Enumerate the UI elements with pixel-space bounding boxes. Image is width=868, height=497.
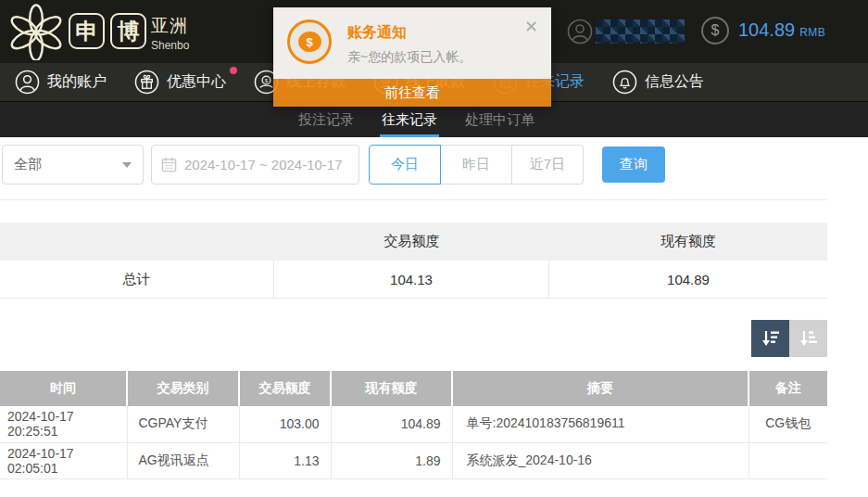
chevron-down-icon <box>122 162 132 168</box>
query-button[interactable]: 查询 <box>602 147 665 183</box>
cell-type: CGPAY支付 <box>127 406 239 442</box>
nav-item-announcements[interactable]: 信息公告 <box>612 70 704 95</box>
summary-trade-total: 104.13 <box>274 261 549 298</box>
user-avatar-icon <box>567 19 593 45</box>
summary-header-balance: 现有额度 <box>549 223 827 261</box>
summary-header-trade: 交易额度 <box>274 223 549 261</box>
brand-flower-logo-icon <box>7 3 65 60</box>
balance-amount: 104.89 <box>738 19 795 40</box>
brand-region: 亚洲 Shenbo <box>151 14 189 52</box>
nav-item-promotions[interactable]: 优惠中心 <box>134 70 226 95</box>
sort-ascending-button[interactable] <box>789 320 827 357</box>
bell-icon <box>612 70 637 95</box>
money-notification-icon: $ <box>287 19 332 64</box>
cell-summary: 系统派发_2024-10-16 <box>452 442 748 478</box>
popup-message: 亲~您的款项已入帐。 <box>347 49 472 66</box>
last-7-days-button[interactable]: 近7日 <box>511 145 584 185</box>
header-note: 备注 <box>748 371 827 406</box>
section-divider <box>0 199 827 200</box>
summary-header-row: 交易额度 现有额度 <box>0 223 827 261</box>
date-range-input[interactable]: 2024-10-17 ~ 2024-10-17 <box>151 145 359 185</box>
yesterday-button[interactable]: 昨日 <box>440 145 512 185</box>
sort-ascending-icon <box>798 327 820 350</box>
popup-body: $ 账务通知 亲~您的款项已入帐。 ✕ <box>273 7 551 79</box>
transaction-records-page: 申 博 亚洲 Shenbo $ 104.89RMB 我的账户 <box>0 0 868 497</box>
sort-controls <box>751 320 827 357</box>
go-to-view-button[interactable]: 前往查看 <box>273 79 551 107</box>
summary-table: 交易额度 现有额度 总计 104.13 104.89 <box>0 223 827 299</box>
content-area: 全部 2024-10-17 ~ 2024-10-17 今日 昨日 近7日 查询 <box>0 137 868 497</box>
nav-label: 我的账户 <box>47 72 107 92</box>
category-selected-value: 全部 <box>14 156 42 173</box>
user-icon <box>15 70 40 95</box>
summary-total-label: 总计 <box>0 261 274 298</box>
cell-note <box>748 442 827 478</box>
header-time: 时间 <box>0 371 127 406</box>
quick-date-button-group: 今日 昨日 近7日 <box>369 145 584 185</box>
nav-label: 优惠中心 <box>167 72 226 92</box>
record-tabs: 投注记录 往来记录 处理中订单 <box>0 102 868 137</box>
summary-balance-total: 104.89 <box>549 261 827 298</box>
balance-currency: RMB <box>799 26 825 39</box>
summary-total-row: 总计 104.13 104.89 <box>0 261 827 299</box>
header-amount: 交易额度 <box>239 371 331 406</box>
cell-type: AG视讯返点 <box>127 442 239 478</box>
header-balance: 现有额度 <box>331 371 452 406</box>
tab-betting-records[interactable]: 投注记录 <box>298 102 354 137</box>
svg-text:$: $ <box>265 77 269 83</box>
brand-region-cn: 亚洲 <box>151 14 189 38</box>
tab-pending-orders[interactable]: 处理中订单 <box>465 102 535 137</box>
cell-amount: 103.00 <box>239 406 331 442</box>
popup-title: 账务通知 <box>347 23 407 43</box>
nav-item-my-account[interactable]: 我的账户 <box>15 70 107 95</box>
tab-transaction-records[interactable]: 往来记录 <box>382 102 437 137</box>
balance-dollar-icon: $ <box>701 17 729 45</box>
brand-char-1: 申 <box>69 13 105 49</box>
cell-balance: 104.89 <box>331 406 452 442</box>
nav-label: 信息公告 <box>645 72 704 92</box>
sort-descending-icon <box>760 327 782 350</box>
table-header-row: 时间 交易类别 交易额度 现有额度 摘要 备注 <box>0 371 827 406</box>
gift-icon <box>134 70 159 95</box>
date-range-value: 2024-10-17 ~ 2024-10-17 <box>184 157 343 172</box>
username-blurred[interactable] <box>596 19 685 44</box>
category-select[interactable]: 全部 <box>2 145 144 185</box>
dollar-chat-bubble-icon: $ <box>298 32 321 52</box>
cell-summary: 单号:202410183756819611 <box>452 406 748 442</box>
brand-char-2: 博 <box>110 13 146 49</box>
cell-note: CG钱包 <box>748 406 827 442</box>
sort-descending-button[interactable] <box>751 320 789 357</box>
cell-balance: 1.89 <box>331 442 452 478</box>
summary-header-empty <box>0 223 274 261</box>
cell-time: 2024-10-17 20:25:51 <box>0 406 127 442</box>
brand-name-en: Shenbo <box>151 39 189 52</box>
table-row: 2024-10-17 20:25:51 CGPAY支付 103.00 104.8… <box>0 406 827 442</box>
transactions-table: 时间 交易类别 交易额度 现有额度 摘要 备注 2024-10-17 20:25… <box>0 371 827 479</box>
header-type: 交易类别 <box>127 371 239 406</box>
balance-display[interactable]: 104.89RMB <box>738 19 825 41</box>
account-notification-popup: $ 账务通知 亲~您的款项已入帐。 ✕ 前往查看 <box>273 7 551 107</box>
notification-dot-badge <box>230 67 237 74</box>
close-icon[interactable]: ✕ <box>524 19 538 35</box>
today-button[interactable]: 今日 <box>369 145 441 185</box>
table-row: 2024-10-17 02:05:01 AG视讯返点 1.13 1.89 系统派… <box>0 442 827 478</box>
cell-time: 2024-10-17 02:05:01 <box>0 442 127 478</box>
cell-amount: 1.13 <box>239 442 331 478</box>
header-summary: 摘要 <box>452 371 748 406</box>
calendar-icon <box>161 157 177 172</box>
